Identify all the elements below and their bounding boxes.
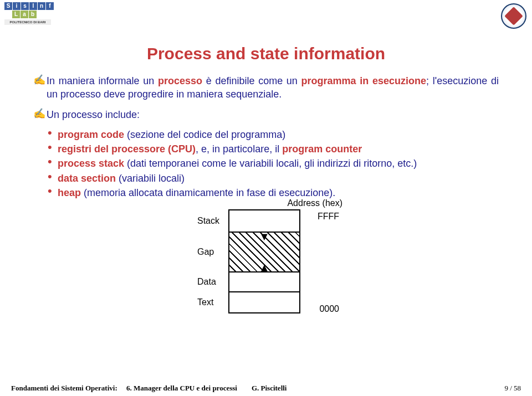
term-programma: programma in esecuzione bbox=[301, 75, 426, 86]
list-item: program code (sezione del codice del pro… bbox=[47, 128, 499, 141]
logo-politecnico-icon bbox=[501, 3, 526, 29]
paragraph-1: ✍ In maniera informale un processo è def… bbox=[33, 74, 499, 101]
segment-data: Data bbox=[229, 272, 299, 292]
address-top: FFFF bbox=[318, 210, 339, 223]
arrow-down-icon: ▼ bbox=[259, 231, 270, 242]
label-data: Data bbox=[197, 276, 216, 289]
address-label: Address (hex) bbox=[287, 197, 342, 209]
paragraph-2: ✍ Un processo include: bbox=[33, 108, 499, 121]
text: (variabili locali) bbox=[119, 173, 185, 184]
list-item: registri del processore (CPU), e, in par… bbox=[47, 142, 499, 156]
term-heap: heap bbox=[58, 187, 81, 198]
segment-text: Text bbox=[229, 292, 299, 312]
page-title: Process and state information bbox=[0, 44, 532, 63]
list-item: heap (memoria allocata dinamicamente in … bbox=[47, 186, 499, 199]
hand-pointer-icon: ✍ bbox=[33, 108, 47, 121]
label-stack: Stack bbox=[197, 215, 219, 228]
logo-sisinf: SisInf Lab POLITECNICO DI BARI bbox=[4, 2, 54, 30]
term-program-code: program code bbox=[58, 129, 124, 140]
term-program-counter: program counter bbox=[282, 143, 362, 155]
list-item: data section (variabili locali) bbox=[47, 172, 499, 185]
logo-subtext: POLITECNICO DI BARI bbox=[4, 19, 51, 25]
label-gap: Gap bbox=[197, 246, 214, 259]
text: (memoria allocata dinamicamente in fase … bbox=[81, 187, 335, 198]
text: (dati temporanei come le variabili local… bbox=[124, 158, 417, 169]
text: In maniera informale un bbox=[47, 75, 158, 86]
footer-left: Fondamenti dei Sistemi Operativi: 6. Man… bbox=[11, 384, 287, 393]
footer: Fondamenti dei Sistemi Operativi: 6. Man… bbox=[0, 384, 532, 393]
memory-layout: Stack ▼ Gap ▲ Data Text bbox=[228, 209, 300, 313]
footer-page: 9 / 58 bbox=[504, 384, 521, 393]
arrow-up-icon: ▲ bbox=[259, 262, 270, 273]
footer-course: Fondamenti dei Sistemi Operativi: bbox=[11, 384, 117, 392]
text: è definibile come un bbox=[202, 75, 301, 86]
segment-stack: Stack bbox=[229, 210, 299, 233]
include-list: program code (sezione del codice del pro… bbox=[47, 128, 499, 199]
label-text: Text bbox=[197, 297, 213, 309]
text: (sezione del codice del programma) bbox=[124, 129, 285, 140]
address-bottom: 0000 bbox=[319, 303, 339, 315]
term-data-section: data section bbox=[58, 173, 119, 184]
list-item: process stack (dati temporanei come le v… bbox=[47, 157, 499, 170]
segment-gap: ▼ Gap ▲ bbox=[229, 233, 299, 272]
text: Un processo include: bbox=[47, 108, 499, 121]
term-process-stack: process stack bbox=[58, 158, 124, 169]
header: SisInf Lab POLITECNICO DI BARI bbox=[0, 0, 532, 33]
term-registri: registri del processore (CPU) bbox=[58, 143, 196, 155]
content: ✍ In maniera informale un processo è def… bbox=[0, 63, 532, 313]
memory-diagram: Address (hex) FFFF Stack ▼ Gap ▲ Data Te… bbox=[194, 209, 338, 313]
footer-author: G. Piscitelli bbox=[252, 384, 287, 392]
text: , e, in particolare, il bbox=[196, 143, 282, 155]
hand-pointer-icon: ✍ bbox=[33, 74, 47, 101]
footer-chapter: 6. Manager della CPU e dei processi bbox=[126, 384, 237, 392]
term-processo: processo bbox=[158, 75, 202, 86]
